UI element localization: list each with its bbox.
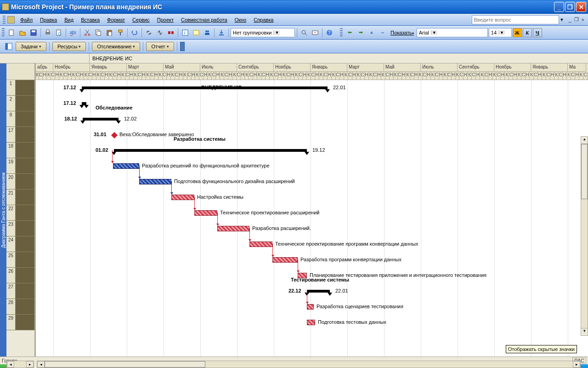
menu-сервис[interactable]: Сервис — [129, 15, 153, 24]
underline-button[interactable]: Ч — [533, 28, 542, 37]
task-bar[interactable] — [249, 242, 272, 247]
zoom-button[interactable] — [299, 28, 309, 38]
scroll-left-button[interactable]: ◂ — [37, 361, 45, 368]
menubar-dash[interactable]: _ — [567, 17, 572, 23]
open-button[interactable] — [17, 28, 28, 38]
task-row-header[interactable]: 18 — [6, 143, 34, 158]
close-button[interactable]: ✕ — [576, 2, 586, 12]
task-row-header[interactable]: 27 — [6, 283, 34, 299]
gantt-row[interactable]: Настройка системы — [36, 190, 588, 205]
goto-button[interactable] — [310, 28, 320, 38]
gantt-row[interactable]: Разработка программ конвертации данных — [36, 252, 588, 268]
new-button[interactable] — [6, 28, 17, 38]
groupby-dropdown[interactable]: Нет группировки▼ — [231, 28, 295, 37]
gantt-row[interactable]: Разработка решений по функциональной арх… — [36, 158, 588, 174]
spellcheck-button[interactable]: abc — [68, 28, 78, 38]
help-search-input[interactable] — [472, 15, 559, 24]
task-row-header[interactable]: 22 — [6, 205, 34, 221]
font-size-dropdown[interactable]: 14▼ — [489, 28, 512, 37]
formula-value[interactable]: ВНЕДРЕНИЕ ИС — [90, 55, 135, 62]
gripper-icon[interactable] — [3, 16, 6, 24]
copy-button[interactable] — [93, 28, 103, 38]
scroll-thumb[interactable] — [581, 144, 588, 199]
task-row-header[interactable]: 2 — [6, 96, 34, 111]
bold-button[interactable]: Ж — [513, 28, 522, 37]
info-button[interactable]: i — [180, 28, 190, 38]
split-button[interactable] — [166, 28, 176, 38]
gripper-icon[interactable] — [340, 28, 343, 37]
collapse-button[interactable]: − — [378, 28, 388, 38]
name-box[interactable] — [0, 53, 90, 63]
publish-button[interactable] — [216, 28, 226, 38]
task-row-header[interactable]: 29 — [6, 315, 34, 330]
gantt-chart[interactable]: абрьНоябрьЯнварьМартМайИюльСентябрьНоябр… — [36, 63, 588, 356]
menu-вставка[interactable]: Вставка — [77, 15, 103, 24]
menubar-close-icon[interactable]: × — [581, 17, 585, 23]
gantt-row[interactable]: Техническое проектирование программ конв… — [36, 236, 588, 252]
format-painter-button[interactable] — [115, 28, 125, 38]
menu-формат[interactable]: Формат — [103, 15, 129, 24]
task-row-header[interactable]: 28 — [6, 299, 34, 315]
task-row-header[interactable]: 8 — [6, 111, 34, 127]
print-button[interactable] — [43, 28, 53, 38]
task-row-header[interactable]: 19 — [6, 158, 34, 174]
menu-вид[interactable]: Вид — [61, 15, 77, 24]
scroll-left-button[interactable]: ◂ — [7, 361, 14, 368]
help-dropdown-icon[interactable]: ▼ — [560, 17, 564, 22]
toolbar-overflow-icon[interactable] — [180, 42, 185, 51]
italic-button[interactable]: К — [523, 28, 532, 37]
scroll-down-button[interactable]: ▾ — [581, 328, 588, 335]
scroll-thumb[interactable] — [45, 361, 205, 368]
undo-button[interactable] — [130, 28, 140, 38]
menubar-restore[interactable]: ❐ — [573, 17, 580, 23]
task-row-header[interactable]: 24 — [6, 236, 34, 252]
note-button[interactable] — [191, 28, 201, 38]
unlink-button[interactable] — [155, 28, 165, 38]
milestone-marker[interactable] — [111, 132, 118, 138]
task-row-header[interactable]: 20 — [6, 174, 34, 190]
tab-задачи[interactable]: Задачи▾ — [16, 42, 46, 51]
menu-совместная работа[interactable]: Совместная работа — [177, 15, 231, 24]
scroll-right-button[interactable]: ▸ — [573, 361, 580, 368]
gantt-row[interactable]: Тестирование системы22.1222.01 — [36, 283, 588, 299]
gantt-row[interactable]: Подготовка тестовых данных — [36, 315, 588, 330]
print-preview-button[interactable] — [54, 28, 64, 38]
tab-отчет[interactable]: Отчет▾ — [146, 42, 174, 51]
task-row-header[interactable]: 25 — [6, 252, 34, 268]
timescale-header[interactable]: абрьНоябрьЯнварьМартМайИюльСентябрьНоябр… — [36, 63, 588, 80]
paste-button[interactable] — [104, 28, 114, 38]
minimize-button[interactable]: _ — [554, 2, 564, 12]
task-row-header[interactable]: 23 — [6, 221, 34, 236]
gantt-row[interactable]: ВНЕДРЕНИЕ ИС17.1222.01 — [36, 80, 588, 96]
help-button[interactable]: ? — [324, 28, 334, 38]
gantt-row[interactable]: Разработка расширений. — [36, 221, 588, 236]
show-button[interactable]: Показать▾ — [389, 30, 416, 35]
task-bar[interactable] — [113, 163, 139, 169]
maximize-button[interactable]: ❐ — [565, 2, 575, 12]
task-bar[interactable] — [307, 320, 315, 325]
task-row-header[interactable]: 21 — [6, 190, 34, 205]
expand-button[interactable]: + — [367, 28, 377, 38]
save-button[interactable] — [28, 28, 39, 38]
summary-bar[interactable] — [114, 149, 307, 152]
task-bar[interactable] — [272, 257, 298, 263]
gantt-row[interactable]: Разработка системы01.0219.12 — [36, 143, 588, 158]
task-bar[interactable] — [171, 195, 194, 200]
view-bar[interactable]: Диаграмма Ганта с отслеживанием — [0, 63, 6, 356]
font-name-dropdown[interactable]: Arial▼ — [417, 28, 488, 37]
task-row-header[interactable]: 1 — [6, 80, 34, 96]
menu-справка[interactable]: Справка — [250, 15, 277, 24]
gantt-row[interactable]: Веха:Обследование завершено31.01 — [36, 127, 588, 143]
gantt-row[interactable]: Подготовка функционального дизайна расши… — [36, 174, 588, 190]
gripper-icon[interactable] — [2, 28, 5, 37]
menu-окно[interactable]: Окно — [231, 15, 250, 24]
task-row-header[interactable]: 17 — [6, 127, 34, 143]
summary-bar[interactable] — [83, 118, 119, 121]
gantt-row[interactable]: Разработка сценариев тестирования — [36, 299, 588, 315]
menu-файл[interactable]: Файл — [17, 15, 36, 24]
tab-ресурсы[interactable]: Ресурсы▾ — [52, 42, 86, 51]
cut-button[interactable] — [82, 28, 92, 38]
horizontal-scrollbar[interactable]: ◂ ▸ ◂ ▸ — [6, 361, 581, 368]
id-header[interactable] — [6, 63, 34, 80]
task-bar[interactable] — [194, 210, 217, 216]
